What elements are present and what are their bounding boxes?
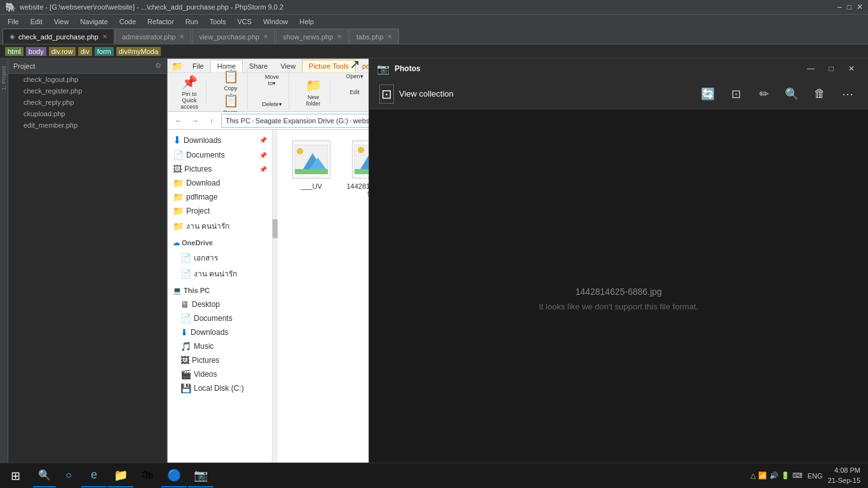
- ribbon-edit-btn[interactable]: Edit: [343, 81, 366, 104]
- ribbon-new-folder-btn[interactable]: 📁 Newfolder: [302, 81, 325, 104]
- nav-item-konnarak[interactable]: 📁 งาน คนน่ารัก: [168, 218, 272, 234]
- photos-taskbar-icon: 📷: [194, 468, 208, 482]
- breadcrumb-form[interactable]: form: [95, 47, 114, 56]
- nav-item-download-folder[interactable]: 📁 Download: [168, 176, 272, 190]
- taskbar-store[interactable]: 🛍: [135, 464, 160, 487]
- explorer-taskbar-icon: 📁: [114, 468, 128, 482]
- nav-scrollbar[interactable]: [273, 130, 278, 487]
- sidebar-file-item[interactable]: edit_member.php: [8, 119, 166, 131]
- nav-item-pictures-quick[interactable]: 🖼 Pictures 📌: [168, 162, 272, 176]
- photos-maximize-btn[interactable]: □: [822, 61, 840, 76]
- tab-close-btn[interactable]: ✕: [387, 33, 392, 40]
- breadcrumb-html[interactable]: html: [5, 47, 24, 56]
- tab-label: view_purchase.php: [199, 33, 259, 41]
- sidebar-file-item[interactable]: ckupload.php: [8, 108, 166, 119]
- breadcrumb-divmodal[interactable]: div#myModa: [116, 47, 161, 56]
- nav-item-pictures-pc[interactable]: 🖼 Pictures: [168, 353, 272, 367]
- taskbar-cortana[interactable]: ○: [57, 464, 80, 487]
- photos-rotate-btn[interactable]: 🔄: [698, 84, 718, 104]
- nav-item-project[interactable]: 📁 Project: [168, 204, 272, 218]
- menu-view[interactable]: View: [49, 17, 74, 27]
- ribbon-open-btn[interactable]: ↗ Open▾: [343, 58, 366, 79]
- nav-item-local-disk-c[interactable]: 💾 Local Disk (C:): [168, 381, 272, 395]
- chevron-up-icon[interactable]: △: [750, 471, 756, 480]
- menu-tools[interactable]: Tools: [205, 17, 231, 27]
- tab-check-add-purchase[interactable]: ◈ check_add_purchase.php ✕: [3, 29, 114, 44]
- main-layout: 1: Project Project ⚙ check_logout.php ch…: [0, 58, 868, 488]
- disk-icon: 💾: [180, 383, 191, 393]
- file-item-uv[interactable]: ___UV: [283, 135, 340, 202]
- photos-title-label: Photos: [395, 64, 421, 73]
- sidebar-file-item[interactable]: check_register.php: [8, 85, 166, 97]
- minimize-btn[interactable]: –: [837, 3, 842, 11]
- photos-delete-btn[interactable]: 🗑: [810, 84, 830, 104]
- nav-item-music[interactable]: 🎵 Music: [168, 339, 272, 353]
- taskbar-phpstorm[interactable]: 🔵: [161, 464, 187, 487]
- nav-item-videos[interactable]: 🎬 Videos: [168, 367, 272, 381]
- breadcrumb-divrow[interactable]: div.row: [49, 47, 76, 56]
- tab-view-purchase[interactable]: view_purchase.php ✕: [192, 29, 275, 44]
- taskbar: ⊞ 🔍 ○ e 📁 🛍 🔵 📷 △ 📶 🔊 🔋 ⌨: [0, 463, 868, 488]
- tab-tabs[interactable]: tabs.php ✕: [349, 29, 399, 44]
- breadcrumb-body[interactable]: body: [26, 47, 46, 56]
- image-thumbnail-svg: [294, 144, 329, 175]
- editor-area: 47 48 49 50 📁 File Home Share View Pictu…: [167, 58, 868, 488]
- menu-navigate[interactable]: Navigate: [75, 17, 112, 27]
- view-collection-btn[interactable]: ⊡ View collection: [379, 85, 454, 104]
- up-btn[interactable]: ↑: [205, 114, 219, 128]
- menu-file[interactable]: File: [3, 17, 24, 27]
- forward-btn[interactable]: →: [188, 114, 202, 128]
- nav-item-documents-quick[interactable]: 📄 Documents 📌: [168, 148, 272, 162]
- menu-help[interactable]: Help: [294, 17, 319, 27]
- photos-minimize-btn[interactable]: —: [802, 61, 820, 76]
- nav-item-label: เอกสาร: [194, 252, 218, 264]
- sidebar-controls[interactable]: ⚙: [155, 62, 161, 70]
- taskbar-edge[interactable]: e: [81, 464, 107, 487]
- desktop-icon: 🖥: [180, 299, 189, 309]
- nav-item-desktop[interactable]: 🖥 Desktop: [168, 297, 272, 311]
- taskbar-photos[interactable]: 📷: [188, 464, 214, 487]
- tab-close-btn[interactable]: ✕: [179, 33, 184, 40]
- nav-item-downloads-pc[interactable]: ⬇ Downloads: [168, 325, 272, 339]
- ribbon-file-tab[interactable]: File: [186, 60, 210, 72]
- taskbar-search[interactable]: 🔍: [33, 464, 56, 487]
- menu-window[interactable]: Window: [258, 17, 293, 27]
- taskbar-clock[interactable]: 4:08 PM 21-Sep-15: [828, 466, 860, 485]
- photos-crop-btn[interactable]: ⊡: [726, 84, 746, 104]
- photos-zoom-btn[interactable]: 🔍: [782, 84, 802, 104]
- ribbon-pin-btn[interactable]: 📌 Pin to Quickaccess: [178, 81, 201, 104]
- nav-item-pdfimage[interactable]: 📁 pdfimage: [168, 190, 272, 204]
- nav-item-downloads-quick[interactable]: ⬇ Downloads 📌: [168, 132, 272, 148]
- menu-refactor[interactable]: Refactor: [142, 17, 179, 27]
- tab-administrator[interactable]: administrator.php ✕: [115, 29, 191, 44]
- sidebar-file-item[interactable]: check_reply.php: [8, 97, 166, 108]
- tab-close-btn[interactable]: ✕: [337, 33, 342, 40]
- volume-icon[interactable]: 🔊: [770, 471, 778, 480]
- photos-more-btn[interactable]: ⋯: [837, 84, 858, 104]
- photos-close-btn[interactable]: ✕: [843, 61, 860, 76]
- tab-close-btn[interactable]: ✕: [102, 33, 107, 40]
- ribbon-copy-btn[interactable]: 📋 Copy: [219, 69, 242, 92]
- back-btn[interactable]: ←: [172, 114, 186, 128]
- sidebar-file-item[interactable]: check_logout.php: [8, 74, 166, 85]
- tab-close-btn[interactable]: ✕: [263, 33, 268, 40]
- start-button[interactable]: ⊞: [0, 463, 31, 489]
- menu-run[interactable]: Run: [180, 17, 203, 27]
- maximize-btn[interactable]: □: [847, 3, 851, 11]
- nav-item-documents-pc[interactable]: 📄 Documents: [168, 311, 272, 325]
- nav-item-onedrive-konnarak[interactable]: 📄 งาน คนน่ารัก: [168, 266, 272, 281]
- path-seagate[interactable]: Seagate Expansion Drive (G:): [255, 117, 348, 125]
- photos-edit-btn[interactable]: ✏: [754, 84, 774, 104]
- file-icon: [291, 139, 332, 180]
- close-btn[interactable]: ✕: [857, 3, 863, 11]
- tab-show-news[interactable]: show_news.php ✕: [276, 29, 349, 44]
- taskbar-explorer[interactable]: 📁: [108, 464, 133, 487]
- ribbon-move-btn[interactable]: Move to▾: [261, 69, 283, 92]
- breadcrumb-div[interactable]: div: [78, 47, 92, 56]
- menu-code[interactable]: Code: [114, 17, 141, 27]
- path-thispc[interactable]: This PC: [226, 117, 250, 125]
- menu-edit[interactable]: Edit: [25, 17, 48, 27]
- nav-item-onedrive-docs[interactable]: 📄 เอกสาร: [168, 250, 272, 266]
- svg-rect-5: [295, 169, 328, 174]
- menu-vcs[interactable]: VCS: [233, 17, 257, 27]
